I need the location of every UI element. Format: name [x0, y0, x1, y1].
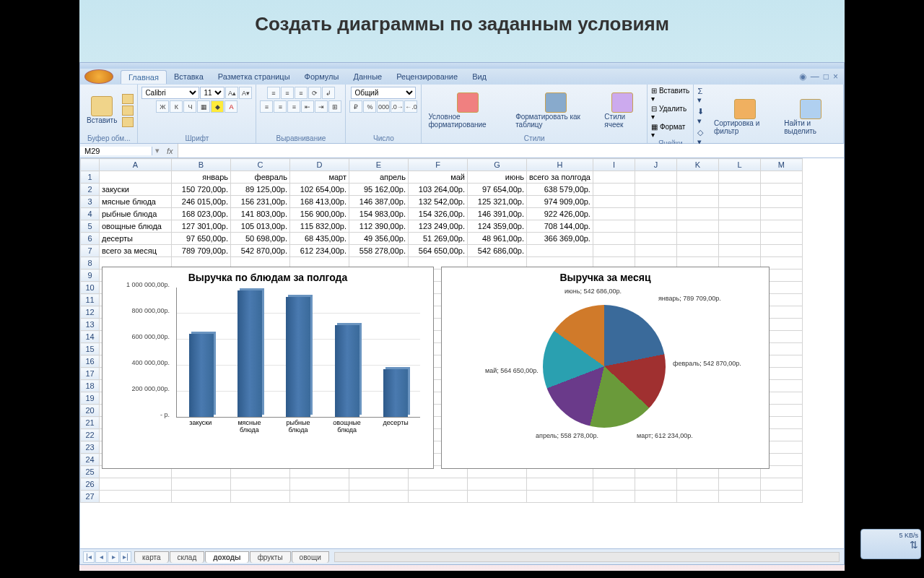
minimize-icon[interactable]: —: [811, 72, 819, 82]
cell[interactable]: всего за полгода: [527, 171, 593, 184]
col-header[interactable]: C: [231, 159, 290, 171]
pie-chart[interactable]: Выручка за месяц январь; 789 709,00р. фе…: [441, 267, 770, 469]
cell[interactable]: 612 234,00р.: [290, 245, 349, 257]
cell[interactable]: 50 698,00р.: [231, 233, 290, 245]
cell[interactable]: 168 023,00р.: [172, 208, 231, 220]
shrink-font-icon[interactable]: A▾: [239, 87, 252, 99]
row-header[interactable]: 15: [81, 343, 100, 355]
merge-icon[interactable]: ⊞: [328, 100, 341, 113]
cell[interactable]: [635, 478, 676, 491]
paste-button[interactable]: Вставить: [84, 95, 120, 126]
format-as-table-button[interactable]: Форматировать как таблицу: [513, 91, 599, 130]
cell[interactable]: [593, 196, 635, 208]
col-header[interactable]: G: [468, 159, 527, 171]
cell[interactable]: 366 369,00р.: [527, 233, 593, 245]
insert-cells-button[interactable]: ⊞ Вставить ▾: [651, 87, 689, 103]
row-header[interactable]: 11: [81, 294, 100, 306]
cell[interactable]: [760, 171, 802, 184]
inc-decimal-icon[interactable]: .0→: [391, 100, 404, 113]
cell[interactable]: [760, 220, 802, 233]
row-header[interactable]: 24: [81, 454, 100, 466]
row-header[interactable]: 10: [81, 282, 100, 294]
cell[interactable]: 141 803,00р.: [231, 208, 290, 220]
cell[interactable]: [760, 478, 802, 491]
row-header[interactable]: 13: [81, 319, 100, 331]
cell[interactable]: [231, 478, 290, 491]
tab-pagelayout[interactable]: Разметка страницы: [211, 70, 297, 83]
cell[interactable]: 150 720,00р.: [172, 184, 231, 196]
cell[interactable]: рыбные блюда: [100, 208, 172, 220]
wrap-text-icon[interactable]: ↲: [322, 87, 335, 99]
align-bot-icon[interactable]: ≡: [295, 87, 308, 99]
cell[interactable]: [718, 220, 760, 233]
cell[interactable]: [635, 220, 676, 233]
cell-styles-button[interactable]: Стили ячеек: [601, 91, 643, 130]
cell[interactable]: [409, 491, 468, 503]
sheet-nav-first-icon[interactable]: |◂: [83, 551, 95, 563]
cell[interactable]: [100, 478, 172, 491]
cell[interactable]: [593, 184, 635, 196]
cell[interactable]: апрель: [349, 171, 409, 184]
cell[interactable]: 922 426,00р.: [527, 208, 593, 220]
row-header[interactable]: 25: [81, 466, 100, 478]
tab-view[interactable]: Вид: [465, 70, 494, 83]
col-header[interactable]: L: [718, 159, 760, 171]
row-header[interactable]: 22: [81, 429, 100, 441]
copy-icon[interactable]: [122, 105, 134, 116]
cell[interactable]: [593, 478, 635, 491]
close-icon[interactable]: ×: [833, 72, 838, 82]
cell[interactable]: [172, 478, 231, 491]
font-size-select[interactable]: 11: [200, 87, 225, 99]
cell[interactable]: февраль: [231, 171, 290, 184]
sheet-nav-last-icon[interactable]: ▸|: [120, 551, 131, 563]
cell[interactable]: 246 015,00р.: [172, 196, 231, 208]
cell[interactable]: мясные блюда: [100, 196, 172, 208]
row-header[interactable]: 26: [81, 478, 100, 491]
cell[interactable]: 124 359,00р.: [468, 220, 527, 233]
cell[interactable]: [718, 208, 760, 220]
currency-icon[interactable]: ₽: [349, 100, 362, 113]
fill-icon[interactable]: ⬇ ▾: [697, 107, 709, 126]
cell[interactable]: 95 162,00р.: [349, 184, 409, 196]
tab-review[interactable]: Рецензирование: [389, 70, 465, 83]
sheet-tab[interactable]: овощи: [292, 551, 329, 563]
cell[interactable]: [760, 491, 802, 503]
tab-home[interactable]: Главная: [121, 70, 167, 84]
align-top-icon[interactable]: ≡: [267, 87, 280, 99]
bold-button[interactable]: Ж: [156, 100, 169, 113]
col-header[interactable]: B: [172, 159, 231, 171]
cell[interactable]: [718, 196, 760, 208]
formula-input[interactable]: [178, 144, 844, 158]
col-header[interactable]: J: [635, 159, 676, 171]
cell[interactable]: 123 249,00р.: [409, 220, 468, 233]
cell[interactable]: [676, 171, 718, 184]
font-color-icon[interactable]: A: [225, 100, 237, 113]
sheet-nav-prev-icon[interactable]: ◂: [95, 551, 107, 563]
cell[interactable]: [635, 184, 676, 196]
number-format-select[interactable]: Общий: [351, 87, 416, 99]
sheet-tab[interactable]: доходы: [205, 551, 248, 563]
cell[interactable]: 558 278,00р.: [349, 245, 409, 257]
cell[interactable]: [718, 491, 760, 503]
cell[interactable]: [527, 491, 593, 503]
cell[interactable]: [718, 184, 760, 196]
tab-formulas[interactable]: Формулы: [297, 70, 346, 83]
cell[interactable]: [290, 478, 349, 491]
cell[interactable]: [760, 208, 802, 220]
cell[interactable]: [468, 491, 527, 503]
col-header[interactable]: K: [676, 159, 718, 171]
cell[interactable]: [760, 196, 802, 208]
font-name-select[interactable]: Calibri: [141, 87, 199, 99]
cell[interactable]: 154 326,00р.: [409, 208, 468, 220]
sheet-tab[interactable]: склад: [170, 551, 205, 563]
col-header[interactable]: D: [290, 159, 349, 171]
row-header[interactable]: 17: [81, 368, 100, 380]
italic-button[interactable]: К: [170, 100, 183, 113]
row-header[interactable]: 8: [81, 257, 100, 269]
cell[interactable]: [527, 245, 593, 257]
cell[interactable]: [635, 491, 676, 503]
cell[interactable]: 146 387,00р.: [349, 196, 409, 208]
network-widget[interactable]: 5 KB/s ⇅: [860, 529, 921, 559]
cut-icon[interactable]: [122, 94, 134, 104]
cell[interactable]: 49 356,00р.: [349, 233, 409, 245]
